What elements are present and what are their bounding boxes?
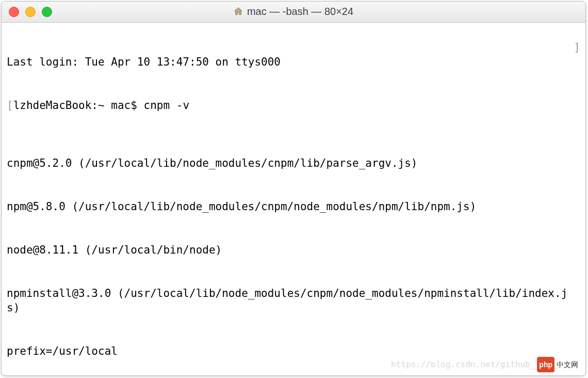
window-title: mac — -bash — 80×24: [247, 6, 353, 18]
prompt-line-1: [lzhdeMacBook:~ mac$ cnpm -v: [7, 98, 580, 113]
prompt-close-bracket: ]: [574, 40, 580, 55]
output-line: cnpm@5.2.0 (/usr/local/lib/node_modules/…: [7, 156, 580, 170]
terminal-window: mac — -bash — 80×24 Last login: Tue Apr …: [1, 1, 586, 376]
output-line: npm@5.8.0 (/usr/local/lib/node_modules/c…: [7, 199, 580, 214]
watermark-url: https://blog.csdn.net/github_: [391, 357, 535, 372]
output-line: prefix=/usr/local: [7, 344, 580, 358]
traffic-lights: [2, 7, 52, 17]
output-line: npminstall@3.3.0 (/usr/local/lib/node_mo…: [7, 286, 580, 315]
home-icon: [234, 7, 243, 16]
watermark: https://blog.csdn.net/github_ php 中文网: [391, 357, 578, 372]
terminal-body[interactable]: Last login: Tue Apr 10 13:47:50 on ttys0…: [2, 23, 585, 375]
titlebar: mac — -bash — 80×24: [2, 2, 585, 23]
command-1: cnpm -v: [144, 99, 190, 112]
zoom-button[interactable]: [42, 7, 52, 17]
output-line: node@8.11.1 (/usr/local/bin/node): [7, 243, 580, 257]
last-login-line: Last login: Tue Apr 10 13:47:50 on ttys0…: [7, 55, 580, 69]
prompt-1: lzhdeMacBook:~ mac$: [13, 99, 144, 112]
prompt-open-bracket: [: [7, 99, 13, 112]
minimize-button[interactable]: [25, 7, 36, 17]
watermark-cn: 中文网: [557, 357, 578, 372]
window-title-group: mac — -bash — 80×24: [234, 6, 353, 18]
php-badge: php: [537, 357, 554, 372]
close-button[interactable]: [9, 7, 19, 17]
